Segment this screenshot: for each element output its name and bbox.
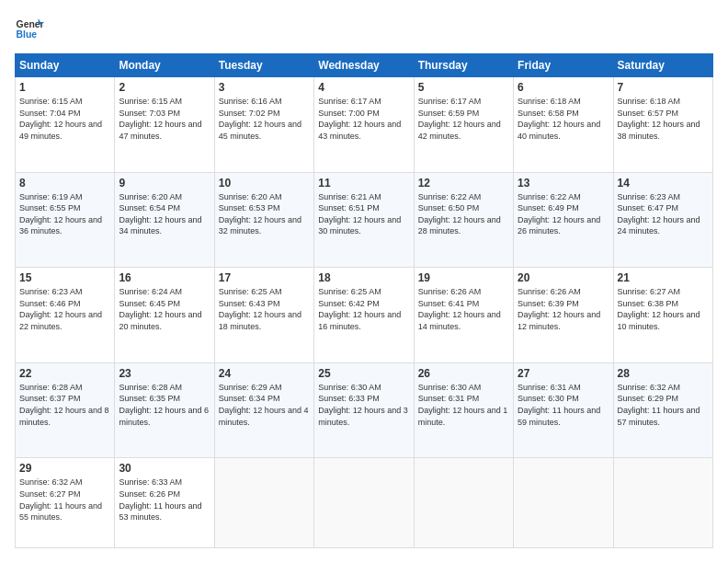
day-cell: 14Sunrise: 6:23 AMSunset: 6:47 PMDayligh…: [613, 172, 712, 268]
empty-day-cell: [613, 458, 712, 548]
calendar-header-tuesday: Tuesday: [214, 54, 313, 77]
day-cell: 30Sunrise: 6:33 AMSunset: 6:26 PMDayligh…: [115, 458, 214, 548]
calendar-week-row: 1Sunrise: 6:15 AMSunset: 7:04 PMDaylight…: [16, 77, 713, 173]
day-cell: 12Sunrise: 6:22 AMSunset: 6:50 PMDayligh…: [414, 172, 513, 268]
calendar-header-wednesday: Wednesday: [314, 54, 414, 77]
day-number: 25: [318, 367, 409, 380]
day-info: Sunrise: 6:22 AMSunset: 6:50 PMDaylight:…: [418, 191, 509, 237]
day-number: 3: [219, 81, 310, 94]
day-info: Sunrise: 6:22 AMSunset: 6:49 PMDaylight:…: [518, 191, 609, 237]
day-number: 21: [618, 271, 709, 284]
day-cell: 11Sunrise: 6:21 AMSunset: 6:51 PMDayligh…: [314, 172, 414, 268]
day-info: Sunrise: 6:20 AMSunset: 6:53 PMDaylight:…: [219, 191, 310, 237]
day-cell: 13Sunrise: 6:22 AMSunset: 6:49 PMDayligh…: [514, 172, 613, 268]
day-number: 5: [418, 81, 509, 94]
day-cell: 28Sunrise: 6:32 AMSunset: 6:29 PMDayligh…: [613, 362, 712, 458]
day-number: 28: [618, 367, 709, 380]
day-info: Sunrise: 6:27 AMSunset: 6:38 PMDaylight:…: [618, 286, 709, 332]
calendar-table: SundayMondayTuesdayWednesdayThursdayFrid…: [15, 53, 713, 548]
day-cell: 5Sunrise: 6:17 AMSunset: 6:59 PMDaylight…: [414, 77, 513, 173]
day-number: 2: [119, 81, 210, 94]
day-cell: 10Sunrise: 6:20 AMSunset: 6:53 PMDayligh…: [214, 172, 313, 268]
day-number: 19: [418, 271, 509, 284]
day-number: 29: [19, 462, 110, 475]
day-number: 27: [518, 367, 609, 380]
day-cell: 15Sunrise: 6:23 AMSunset: 6:46 PMDayligh…: [16, 268, 115, 363]
calendar-header-monday: Monday: [115, 54, 214, 77]
day-cell: 1Sunrise: 6:15 AMSunset: 7:04 PMDaylight…: [16, 77, 115, 173]
day-info: Sunrise: 6:18 AMSunset: 6:58 PMDaylight:…: [518, 96, 609, 142]
day-info: Sunrise: 6:26 AMSunset: 6:39 PMDaylight:…: [518, 286, 609, 332]
day-info: Sunrise: 6:29 AMSunset: 6:34 PMDaylight:…: [219, 382, 310, 428]
day-number: 17: [219, 271, 310, 284]
day-info: Sunrise: 6:19 AMSunset: 6:55 PMDaylight:…: [19, 191, 110, 237]
empty-day-cell: [514, 458, 613, 548]
day-number: 30: [119, 462, 210, 475]
day-cell: 19Sunrise: 6:26 AMSunset: 6:41 PMDayligh…: [414, 268, 513, 363]
day-number: 10: [219, 177, 310, 190]
day-info: Sunrise: 6:23 AMSunset: 6:47 PMDaylight:…: [618, 191, 709, 237]
page-header: General Blue: [15, 15, 713, 44]
day-info: Sunrise: 6:28 AMSunset: 6:37 PMDaylight:…: [19, 382, 110, 428]
day-number: 26: [418, 367, 509, 380]
day-cell: 9Sunrise: 6:20 AMSunset: 6:54 PMDaylight…: [115, 172, 214, 268]
empty-day-cell: [214, 458, 313, 548]
day-info: Sunrise: 6:17 AMSunset: 6:59 PMDaylight:…: [418, 96, 509, 142]
empty-day-cell: [314, 458, 414, 548]
day-number: 22: [19, 367, 110, 380]
day-cell: 8Sunrise: 6:19 AMSunset: 6:55 PMDaylight…: [16, 172, 115, 268]
day-info: Sunrise: 6:31 AMSunset: 6:30 PMDaylight:…: [518, 382, 609, 428]
day-cell: 27Sunrise: 6:31 AMSunset: 6:30 PMDayligh…: [514, 362, 613, 458]
day-cell: 4Sunrise: 6:17 AMSunset: 7:00 PMDaylight…: [314, 77, 414, 173]
day-info: Sunrise: 6:15 AMSunset: 7:03 PMDaylight:…: [119, 96, 210, 142]
day-number: 11: [318, 177, 409, 190]
day-number: 9: [119, 177, 210, 190]
day-cell: 23Sunrise: 6:28 AMSunset: 6:35 PMDayligh…: [115, 362, 214, 458]
day-number: 1: [19, 81, 110, 94]
day-cell: 22Sunrise: 6:28 AMSunset: 6:37 PMDayligh…: [16, 362, 115, 458]
day-cell: 24Sunrise: 6:29 AMSunset: 6:34 PMDayligh…: [214, 362, 313, 458]
empty-day-cell: [414, 458, 513, 548]
day-cell: 26Sunrise: 6:30 AMSunset: 6:31 PMDayligh…: [414, 362, 513, 458]
day-cell: 17Sunrise: 6:25 AMSunset: 6:43 PMDayligh…: [214, 268, 313, 363]
day-cell: 20Sunrise: 6:26 AMSunset: 6:39 PMDayligh…: [514, 268, 613, 363]
day-cell: 2Sunrise: 6:15 AMSunset: 7:03 PMDaylight…: [115, 77, 214, 173]
day-number: 16: [119, 271, 210, 284]
svg-text:Blue: Blue: [17, 29, 38, 40]
day-number: 8: [19, 177, 110, 190]
calendar-week-row: 15Sunrise: 6:23 AMSunset: 6:46 PMDayligh…: [16, 268, 713, 363]
calendar-header-friday: Friday: [514, 54, 613, 77]
day-number: 13: [518, 177, 609, 190]
day-info: Sunrise: 6:20 AMSunset: 6:54 PMDaylight:…: [119, 191, 210, 237]
calendar-header-thursday: Thursday: [414, 54, 513, 77]
calendar-week-row: 22Sunrise: 6:28 AMSunset: 6:37 PMDayligh…: [16, 362, 713, 458]
calendar-week-row: 8Sunrise: 6:19 AMSunset: 6:55 PMDaylight…: [16, 172, 713, 268]
calendar-week-row: 29Sunrise: 6:32 AMSunset: 6:27 PMDayligh…: [16, 458, 713, 548]
day-cell: 25Sunrise: 6:30 AMSunset: 6:33 PMDayligh…: [314, 362, 414, 458]
day-info: Sunrise: 6:30 AMSunset: 6:31 PMDaylight:…: [418, 382, 509, 428]
day-cell: 3Sunrise: 6:16 AMSunset: 7:02 PMDaylight…: [214, 77, 313, 173]
day-number: 24: [219, 367, 310, 380]
day-info: Sunrise: 6:21 AMSunset: 6:51 PMDaylight:…: [318, 191, 409, 237]
day-info: Sunrise: 6:26 AMSunset: 6:41 PMDaylight:…: [418, 286, 509, 332]
logo: General Blue: [15, 15, 44, 44]
day-info: Sunrise: 6:30 AMSunset: 6:33 PMDaylight:…: [318, 382, 409, 428]
day-info: Sunrise: 6:16 AMSunset: 7:02 PMDaylight:…: [219, 96, 310, 142]
calendar-header-sunday: Sunday: [16, 54, 115, 77]
day-cell: 16Sunrise: 6:24 AMSunset: 6:45 PMDayligh…: [115, 268, 214, 363]
day-number: 20: [518, 271, 609, 284]
day-cell: 21Sunrise: 6:27 AMSunset: 6:38 PMDayligh…: [613, 268, 712, 363]
day-number: 23: [119, 367, 210, 380]
day-cell: 29Sunrise: 6:32 AMSunset: 6:27 PMDayligh…: [16, 458, 115, 548]
day-number: 18: [318, 271, 409, 284]
day-info: Sunrise: 6:17 AMSunset: 7:00 PMDaylight:…: [318, 96, 409, 142]
calendar-header-row: SundayMondayTuesdayWednesdayThursdayFrid…: [16, 54, 713, 77]
day-info: Sunrise: 6:15 AMSunset: 7:04 PMDaylight:…: [19, 96, 110, 142]
day-number: 4: [318, 81, 409, 94]
day-cell: 7Sunrise: 6:18 AMSunset: 6:57 PMDaylight…: [613, 77, 712, 173]
day-number: 15: [19, 271, 110, 284]
logo-icon: General Blue: [15, 15, 44, 44]
day-info: Sunrise: 6:25 AMSunset: 6:43 PMDaylight:…: [219, 286, 310, 332]
day-cell: 18Sunrise: 6:25 AMSunset: 6:42 PMDayligh…: [314, 268, 414, 363]
day-info: Sunrise: 6:23 AMSunset: 6:46 PMDaylight:…: [19, 286, 110, 332]
